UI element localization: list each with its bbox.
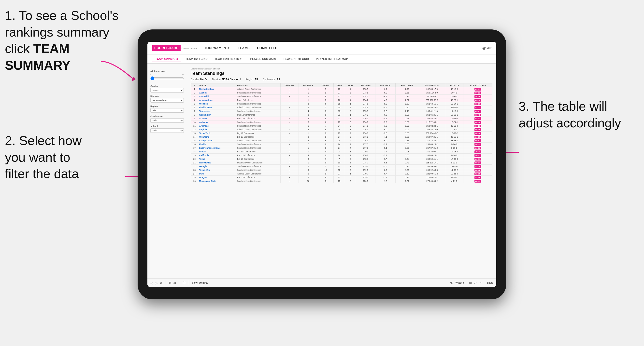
table-row[interactable]: 15Georgia TechAtlantic Coast Conference-… bbox=[191, 139, 492, 143]
cell-avg-par: -6.2 bbox=[375, 87, 395, 91]
tab-team-summary[interactable]: TEAM SUMMARY bbox=[152, 56, 181, 62]
tab-player-h2h-grid[interactable]: PLAYER H2H GRID bbox=[280, 56, 312, 62]
nav-sign-out[interactable]: Sign out bbox=[480, 46, 492, 50]
view-original-btn[interactable]: View: Original bbox=[192, 281, 208, 284]
cell-no-tour: 9 bbox=[318, 91, 334, 95]
table-header-row: # School Conference Reg Rank Conf Rank N… bbox=[191, 83, 492, 87]
region-select[interactable]: N/A All bbox=[150, 108, 184, 113]
table-row[interactable]: 5Ole MissSoutheastern Conference-3618127… bbox=[191, 102, 492, 106]
table-row[interactable]: 9ArizonaPac-12 Conference-38223276.3-4.6… bbox=[191, 117, 492, 121]
cell-wins: 2 bbox=[345, 132, 356, 135]
standings-table: # School Conference Reg Rank Conf Rank N… bbox=[191, 83, 492, 183]
add-icon[interactable]: ⊕ bbox=[173, 281, 176, 285]
toolbar-sep-2 bbox=[179, 281, 179, 285]
col-vs25: Vs Top 25 bbox=[445, 83, 463, 87]
cell-school: Florida bbox=[198, 143, 236, 146]
table-row[interactable]: 18IllinoisBig Ten Conference-19231279.1-… bbox=[191, 150, 492, 154]
table-row[interactable]: 13Texas TechBig 12 Conference-19272276.0… bbox=[191, 132, 492, 135]
cell-conference: Pac-12 Conference bbox=[236, 117, 280, 121]
cell-conference: Southeastern Conference bbox=[236, 121, 280, 124]
nav-tournaments[interactable]: TOURNAMENTS bbox=[204, 46, 230, 50]
cell-points: 83.73 bbox=[464, 106, 492, 109]
table-row[interactable]: 24DukeAtlantic Coast Conference-59271279… bbox=[191, 172, 492, 176]
logo-scoreboard[interactable]: SCOREBOARD bbox=[152, 45, 180, 51]
table-row[interactable]: 6Florida StateAtlantic Coast Conference-… bbox=[191, 106, 492, 109]
tab-player-h2h-heatmap[interactable]: PLAYER H2H HEATMAP bbox=[313, 56, 351, 62]
cell-wins: 4 bbox=[345, 146, 356, 150]
cell-wins: 1 bbox=[345, 165, 356, 168]
cell-adj-score: 279.3 bbox=[356, 168, 375, 172]
grid-icon[interactable]: ⊞ bbox=[469, 281, 472, 285]
cell-conf-rank: 8 bbox=[298, 165, 318, 168]
cell-reg-rank: - bbox=[280, 109, 298, 113]
cell-rnds: 27 bbox=[334, 172, 345, 176]
cell-conf-rank: 3 bbox=[298, 157, 318, 161]
cell-reg-rank: - bbox=[280, 161, 298, 165]
table-row[interactable]: 22GeorgiaSoutheastern Conference-8721127… bbox=[191, 165, 492, 168]
expand-icon[interactable]: ⤢ bbox=[474, 281, 477, 285]
back-icon[interactable]: ◁ bbox=[150, 281, 153, 285]
table-row[interactable]: 16FloridaSoutheastern Conference-7924227… bbox=[191, 143, 492, 146]
logo-area: SCOREBOARD Powered by clippi bbox=[152, 45, 197, 51]
division-select[interactable]: NCAA Division I NCAA Division II bbox=[150, 98, 184, 103]
watch-btn[interactable]: Watch ▾ bbox=[456, 281, 464, 284]
filter-conference-value: All bbox=[277, 78, 280, 81]
table-row[interactable]: 23Texas A&MSoutheastern Conference-91030… bbox=[191, 168, 492, 172]
cell-no-tour: 9 bbox=[318, 132, 334, 135]
table-row[interactable]: 21New MexicoMountain West Conference-193… bbox=[191, 161, 492, 165]
table-row[interactable]: 1North CarolinaAtlantic Coast Conference… bbox=[191, 87, 492, 91]
cell-no-tour: 7 bbox=[318, 157, 334, 161]
cell-reg-rank: - bbox=[280, 91, 298, 95]
tab-team-h2h-heatmap[interactable]: TEAM H2H HEATMAP bbox=[212, 56, 246, 62]
cell-adj-score: 279.1 bbox=[356, 150, 375, 154]
table-row[interactable]: 10AlabamaSoutheastern Conference-5623327… bbox=[191, 121, 492, 124]
cell-school: Texas Tech bbox=[198, 132, 236, 135]
copy-icon[interactable]: ⧉ bbox=[169, 281, 171, 285]
cell-wins: 0 bbox=[345, 176, 356, 179]
tab-team-h2h-grid[interactable]: TEAM H2H GRID bbox=[182, 56, 210, 62]
cell-reg-rank: - bbox=[280, 121, 298, 124]
clock-icon[interactable]: ⏱ bbox=[182, 281, 186, 285]
table-row[interactable]: 25OregonPac-12 Conference-59210279.5-1.1… bbox=[191, 176, 492, 179]
nav-committee[interactable]: COMMITTEE bbox=[257, 46, 278, 50]
school-select[interactable]: (All) bbox=[150, 128, 184, 133]
cell-vs25: 12-13-0 bbox=[445, 150, 463, 154]
nav-teams[interactable]: TEAMS bbox=[238, 46, 250, 50]
cell-school: Arizona State bbox=[198, 98, 236, 102]
table-row[interactable]: 2AuburnSoutheastern Conference-19276273.… bbox=[191, 91, 492, 95]
cell-no-tour: 7 bbox=[318, 106, 334, 109]
gender-select[interactable]: Men's Women's bbox=[150, 88, 184, 93]
share-icon[interactable]: ↗ bbox=[479, 281, 482, 285]
cell-rnds: 21 bbox=[334, 176, 345, 179]
cell-wins: 4 bbox=[345, 139, 356, 143]
cell-rnds: 24 bbox=[334, 128, 345, 132]
table-row[interactable]: 20TexasBig 12 Conference-3770278.70.71.4… bbox=[191, 157, 492, 161]
forward-icon[interactable]: ▷ bbox=[155, 281, 158, 285]
table-row[interactable]: 14OklahomaBig 12 Conference-28242276.9-4… bbox=[191, 135, 492, 139]
reload-icon[interactable]: ↺ bbox=[160, 281, 163, 285]
table-row[interactable]: 8WashingtonPac-12 Conference-28231276.3-… bbox=[191, 113, 492, 117]
filter-region-value: All bbox=[254, 78, 258, 81]
cell-wins: 1 bbox=[345, 150, 356, 154]
cell-adj-score: 279.7 bbox=[356, 172, 375, 176]
cell-conference: Pac-12 Conference bbox=[236, 113, 280, 117]
table-row[interactable]: 3VanderbiltSoutheastern Conference-29235… bbox=[191, 95, 492, 98]
share-btn[interactable]: Share bbox=[487, 281, 494, 284]
table-row[interactable]: 12VirginiaAtlantic Coast Conference-3824… bbox=[191, 128, 492, 132]
cell-adj-score: 276.3 bbox=[356, 117, 375, 121]
minimum-rounds-slider[interactable] bbox=[150, 76, 184, 80]
instruction-3: 3. The table will adjust accordingly bbox=[519, 98, 637, 131]
table-row[interactable]: 4Arizona StatePac-12 Conference-18264274… bbox=[191, 98, 492, 102]
table-row[interactable]: 26Mississippi StateSoutheastern Conferen… bbox=[191, 179, 492, 183]
cell-wins: 2 bbox=[345, 143, 356, 146]
conference-select[interactable]: (All) ACC bbox=[150, 118, 184, 123]
table-row[interactable]: 19CaliforniaPac-12 Conference-48242278.2… bbox=[191, 154, 492, 157]
cell-conference: Atlantic Coast Conference bbox=[236, 106, 280, 109]
cell-avg-low: 1.30 bbox=[395, 168, 419, 172]
table-row[interactable]: 7TennesseeSoutheastern Conference-481822… bbox=[191, 109, 492, 113]
cell-adj-score: 276.9 bbox=[356, 121, 375, 124]
tab-player-summary[interactable]: PLAYER SUMMARY bbox=[248, 56, 280, 62]
table-row[interactable]: 17East Tennessee StateSoutheastern Confe… bbox=[191, 146, 492, 150]
table-row[interactable]: 11ArkansasSoutheastern Conference-672422… bbox=[191, 124, 492, 128]
cell-avg-par: -0.4 bbox=[375, 172, 395, 176]
